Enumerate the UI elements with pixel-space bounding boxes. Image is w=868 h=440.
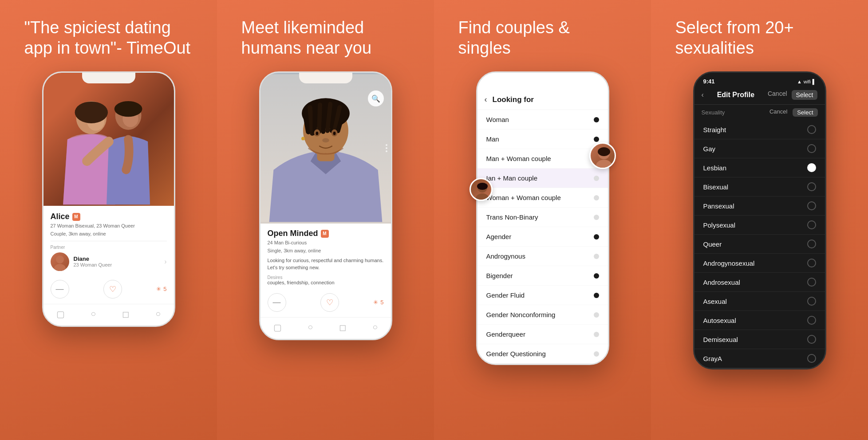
sex-dot-12 <box>807 354 816 363</box>
profile-badge-2: M <box>321 230 329 238</box>
list-item[interactable]: Bigender <box>477 266 608 286</box>
spark-button-1[interactable]: ✳ 5 <box>156 286 166 292</box>
sexuality-list: Straight Gay Lesbian Bisexual Pansexual … <box>694 120 825 368</box>
floating-avatar-left <box>470 178 493 201</box>
scroll-indicator <box>386 144 387 152</box>
list-item[interactable]: Androgynosexual <box>694 254 825 273</box>
signal-icon: ▲ <box>797 79 802 84</box>
chevron-right-icon: › <box>164 258 166 266</box>
sex-label-1: Gay <box>703 145 716 153</box>
list-item[interactable]: Lesbian <box>694 158 825 177</box>
nav-home-icon-2[interactable]: ▢ <box>273 322 282 333</box>
nav-chat-icon-2[interactable]: ◻ <box>339 322 347 333</box>
bottom-nav-1: ▢ ○ ◻ ○ <box>43 304 174 326</box>
list-item-highlighted[interactable]: Ian + Man couple <box>477 169 608 188</box>
edit-profile-back-icon[interactable]: ‹ <box>702 91 704 99</box>
svg-point-26 <box>301 137 305 141</box>
nav-chat-icon[interactable]: ◻ <box>122 309 130 319</box>
sex-label-5: Polysexual <box>703 221 736 229</box>
nav-profile-icon[interactable]: ○ <box>155 309 161 319</box>
lf-label-7: Androgynous <box>486 252 525 260</box>
lf-label-6: Agender <box>486 233 512 240</box>
search-icon-phone[interactable]: 🔍 <box>368 90 384 106</box>
cancel-button-4[interactable]: Cancel <box>768 90 787 100</box>
list-item[interactable]: Asexual <box>694 292 825 311</box>
nav-search-icon[interactable]: ○ <box>91 309 96 319</box>
list-item[interactable]: Genderqueer <box>477 325 608 344</box>
action-buttons-1: — ♡ ✳ 5 <box>43 275 174 304</box>
lf-label-11: Genderqueer <box>486 330 525 338</box>
minus-button-1[interactable]: — <box>51 280 69 299</box>
list-item[interactable]: Gender Fluid <box>477 286 608 305</box>
sex-label-12: GrayA <box>703 355 722 362</box>
action-buttons-2: — ♡ ✳ 5 <box>260 289 391 317</box>
sex-dot-0 <box>807 125 816 134</box>
spark-button-2[interactable]: ✳ 5 <box>373 299 383 306</box>
list-item[interactable]: Agender <box>477 227 608 247</box>
list-item[interactable]: Queer <box>694 235 825 254</box>
nav-search-icon-2[interactable]: ○ <box>308 322 313 333</box>
partner-info: Diane 23 Woman Queer <box>74 255 165 267</box>
list-item[interactable]: Man <box>477 130 608 149</box>
edit-profile-actions: Cancel Select <box>768 90 818 100</box>
svg-point-29 <box>598 147 610 156</box>
status-bar: 9:41 ▲ wifi ▌ <box>694 73 825 86</box>
list-item[interactable]: Gay <box>694 139 825 158</box>
list-item[interactable]: Pansexual <box>694 196 825 216</box>
sex-dot-7 <box>807 259 816 267</box>
partner-label: Partner <box>51 245 167 250</box>
partner-avatar <box>51 252 69 271</box>
lf-dot-0 <box>594 117 599 122</box>
sexuality-cancel-btn[interactable]: Cancel <box>769 108 787 117</box>
list-item[interactable]: Man + Woman couple <box>477 149 608 169</box>
svg-point-5 <box>114 101 142 117</box>
panel-3-heading: Find couples & singles <box>458 18 627 58</box>
list-item[interactable]: Autosexual <box>694 311 825 330</box>
spark-count-2: 5 <box>380 299 383 306</box>
svg-point-2 <box>75 102 107 123</box>
list-item[interactable]: Straight <box>694 120 825 139</box>
list-item[interactable]: Androgynous <box>477 247 608 266</box>
edit-profile-title: Edit Profile <box>717 91 754 99</box>
looking-for-header: ‹ Looking for <box>477 73 608 110</box>
svg-point-32 <box>477 183 488 190</box>
panel-4: Select from 20+ sexualities 9:41 ▲ wifi … <box>651 0 868 440</box>
list-item[interactable]: Demisexual <box>694 330 825 349</box>
select-button-4[interactable]: Select <box>792 90 818 100</box>
sex-dot-4 <box>807 201 816 210</box>
list-item[interactable]: Woman <box>477 110 608 130</box>
heart-button-1[interactable]: ♡ <box>103 280 122 299</box>
profile-sub-1a: 27 Woman Bisexual, 23 Woman Queer <box>51 223 167 229</box>
back-arrow-icon[interactable]: ‹ <box>485 95 487 104</box>
list-item[interactable]: Trans Non-Binary <box>477 208 608 227</box>
list-item[interactable]: Polysexual <box>694 216 825 235</box>
partner-row[interactable]: Diane 23 Woman Queer › <box>51 252 167 271</box>
list-item[interactable]: Woman + Woman couple <box>477 188 608 208</box>
list-item[interactable]: GrayA <box>694 349 825 368</box>
desires-label: Desires <box>268 275 384 280</box>
panel-1-heading: "The spiciest dating app in town"- TimeO… <box>24 18 193 58</box>
partner-name: Diane <box>74 255 165 262</box>
desires-value: couples, friendship, connection <box>268 280 384 285</box>
sexuality-actions: Cancel Select <box>769 108 818 117</box>
nav-profile-icon-2[interactable]: ○ <box>372 322 378 333</box>
sex-dot-11 <box>807 335 816 344</box>
profile-name-1: Alice <box>51 212 70 221</box>
sexuality-select-btn[interactable]: Select <box>793 108 817 117</box>
couple-silhouette <box>43 73 174 206</box>
partner-section: Partner Diane 23 Woman Queer › <box>51 241 167 271</box>
list-item[interactable]: Gender Nonconforming <box>477 305 608 325</box>
profile-sub-1b: Couple, 3km away, online <box>51 231 167 237</box>
lf-dot-12 <box>594 351 599 357</box>
phone-4: 9:41 ▲ wifi ▌ ‹ Edit Profile Cancel Sele… <box>693 71 826 369</box>
heart-button-2[interactable]: ♡ <box>320 293 339 312</box>
list-item[interactable]: Gender Questioning <box>477 344 608 364</box>
lf-dot-5 <box>594 215 599 220</box>
lf-dot-6 <box>594 234 599 240</box>
sex-label-10: Autosexual <box>703 317 736 324</box>
list-item[interactable]: Androsexual <box>694 273 825 292</box>
sex-dot-9 <box>807 297 816 306</box>
minus-button-2[interactable]: — <box>268 293 286 312</box>
nav-home-icon[interactable]: ▢ <box>56 309 65 319</box>
list-item[interactable]: Bisexual <box>694 177 825 196</box>
